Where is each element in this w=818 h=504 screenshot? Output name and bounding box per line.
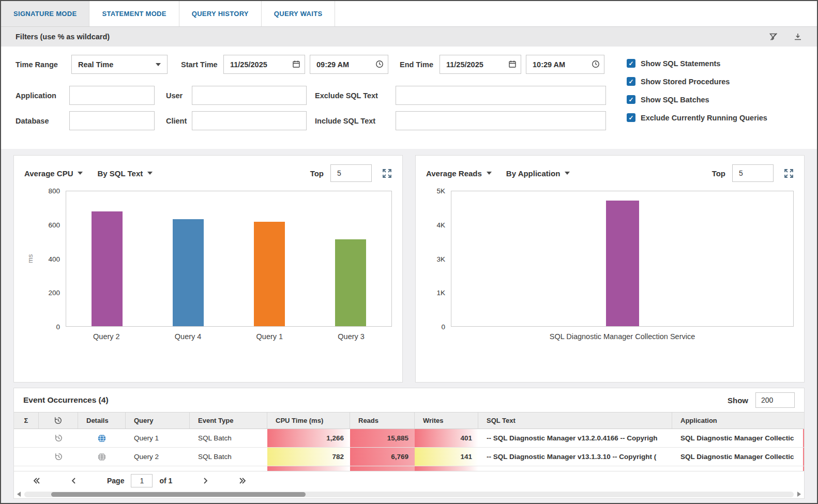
next-page-button[interactable] xyxy=(201,477,209,485)
cpu-time-cell: 1,266 xyxy=(267,429,350,447)
groupby-dropdown[interactable]: By SQL Text xyxy=(97,169,153,178)
writes-cell: 401 xyxy=(415,429,478,447)
cpu-time-cell xyxy=(267,466,350,471)
category-label: Query 2 xyxy=(66,332,147,341)
last-page-button[interactable] xyxy=(238,477,247,485)
include-sql-text-input[interactable] xyxy=(396,111,606,130)
chevron-down-icon xyxy=(565,172,570,175)
groupby-dropdown[interactable]: By Application xyxy=(506,169,570,178)
history-icon xyxy=(54,416,63,425)
start-clock-input[interactable] xyxy=(310,55,388,74)
tab-statement-mode[interactable]: STATEMENT MODE xyxy=(89,1,179,26)
database-input[interactable] xyxy=(69,111,155,130)
scrollbar-track[interactable] xyxy=(24,492,794,497)
application-input[interactable] xyxy=(69,86,155,105)
category-label: SQL Diagnostic Manager Collection Servic… xyxy=(451,332,794,341)
exclude-sql-text-input[interactable] xyxy=(396,86,606,105)
time-range-select[interactable]: Real Time xyxy=(71,55,168,74)
globe-icon[interactable] xyxy=(97,434,107,443)
scroll-left-arrow[interactable] xyxy=(17,492,21,497)
show-count-input[interactable] xyxy=(755,392,795,408)
details-cell[interactable] xyxy=(78,448,126,466)
scrollbar-thumb[interactable] xyxy=(51,492,306,497)
exclude-sql-text-label: Exclude SQL Text xyxy=(315,91,396,100)
clear-filter-icon[interactable] xyxy=(768,32,779,42)
reads-cell: 15,885 xyxy=(350,429,415,447)
y-tick-label: 4K xyxy=(436,221,445,228)
page-number-input[interactable] xyxy=(131,474,153,487)
bar[interactable] xyxy=(606,201,639,326)
column-header-reads[interactable]: Reads xyxy=(350,413,415,429)
metric-dropdown[interactable]: Average CPU xyxy=(24,169,83,178)
table-row: Query 1SQL Batch1,26615,885401-- SQL Dia… xyxy=(14,429,804,448)
column-header-writes[interactable]: Writes xyxy=(415,413,478,429)
expand-icon[interactable] xyxy=(784,169,794,178)
bar[interactable] xyxy=(335,239,366,326)
sigma-cell xyxy=(14,448,39,466)
column-header-query[interactable]: Query xyxy=(126,413,190,429)
column-header-details[interactable]: Details xyxy=(78,413,126,429)
checkbox-checked-icon: ✓ xyxy=(627,59,635,68)
column-header-cpu-time[interactable]: CPU Time (ms) xyxy=(267,413,350,429)
cpu-time-cell: 782 xyxy=(267,448,350,466)
top-count-input[interactable] xyxy=(732,164,774,182)
column-header-event-type[interactable]: Event Type xyxy=(190,413,267,429)
event-type-cell: SQL Batch xyxy=(190,429,267,447)
checkbox-show-sql-batches[interactable]: ✓ Show SQL Batches xyxy=(627,95,767,104)
category-label: Query 3 xyxy=(310,332,392,341)
bar[interactable] xyxy=(254,222,285,326)
history-icon[interactable] xyxy=(54,452,63,461)
start-time-label: Start Time xyxy=(181,60,223,69)
checkbox-exclude-running-queries[interactable]: ✓ Exclude Currently Running Queries xyxy=(627,113,767,122)
query-cell: Query 2 xyxy=(126,448,190,466)
tab-query-history[interactable]: QUERY HISTORY xyxy=(179,1,262,26)
history-cell[interactable] xyxy=(39,429,78,447)
app-window: SIGNATURE MODE STATEMENT MODE QUERY HIST… xyxy=(0,0,818,504)
top-label: Top xyxy=(310,169,324,178)
scroll-right-arrow[interactable] xyxy=(797,492,801,497)
checkbox-show-stored-procedures[interactable]: ✓ Show Stored Procedures xyxy=(627,77,767,86)
column-header-sigma[interactable]: Σ xyxy=(14,413,39,429)
application-label: Application xyxy=(16,91,69,100)
end-clock-input[interactable] xyxy=(526,55,604,74)
user-input[interactable] xyxy=(192,86,307,105)
bar[interactable] xyxy=(92,211,123,326)
category-axis: Query 2Query 4Query 1Query 3 xyxy=(66,332,392,341)
page-count-label: of 1 xyxy=(159,477,172,485)
globe-icon[interactable] xyxy=(97,452,107,462)
y-tick-label: 3K xyxy=(436,255,445,263)
table-row xyxy=(14,466,804,471)
event-occurrences-panel: Event Occurrences (4) Show Σ Details Que… xyxy=(13,388,805,499)
average-reads-chart-panel: Average Reads By Application Top 5K4K3K1… xyxy=(415,155,805,383)
top-count-input[interactable] xyxy=(330,164,372,182)
bar[interactable] xyxy=(173,219,204,326)
expand-icon[interactable] xyxy=(382,169,392,178)
checkbox-show-sql-statements[interactable]: ✓ Show SQL Statements xyxy=(627,59,767,68)
tab-query-waits[interactable]: QUERY WAITS xyxy=(262,1,336,26)
horizontal-scrollbar[interactable] xyxy=(14,490,804,498)
filters-header: Filters (use % as wildcard) xyxy=(1,27,817,47)
groupby-dropdown-label: By SQL Text xyxy=(97,169,143,178)
page-label: Page xyxy=(107,477,124,485)
details-cell[interactable] xyxy=(78,429,126,447)
column-header-sql-text[interactable]: SQL Text xyxy=(478,413,672,429)
start-date-input[interactable] xyxy=(223,55,305,74)
first-page-button[interactable] xyxy=(33,477,41,485)
column-header-history[interactable] xyxy=(39,413,78,429)
checkbox-checked-icon: ✓ xyxy=(627,113,635,122)
groupby-dropdown-label: By Application xyxy=(506,169,560,178)
tab-signature-mode[interactable]: SIGNATURE MODE xyxy=(1,1,89,26)
client-input[interactable] xyxy=(192,111,307,130)
end-date-input[interactable] xyxy=(440,55,521,74)
history-cell[interactable] xyxy=(39,466,78,471)
history-icon[interactable] xyxy=(54,434,63,442)
sigma-cell xyxy=(14,429,39,447)
metric-dropdown[interactable]: Average Reads xyxy=(426,169,492,178)
column-header-application[interactable]: Application xyxy=(672,413,805,429)
end-time-label: End Time xyxy=(400,60,440,69)
collapse-filters-icon[interactable] xyxy=(793,32,802,41)
details-cell[interactable] xyxy=(78,466,126,471)
previous-page-button[interactable] xyxy=(70,477,78,485)
metric-dropdown-label: Average CPU xyxy=(24,169,73,178)
history-cell[interactable] xyxy=(39,448,78,466)
